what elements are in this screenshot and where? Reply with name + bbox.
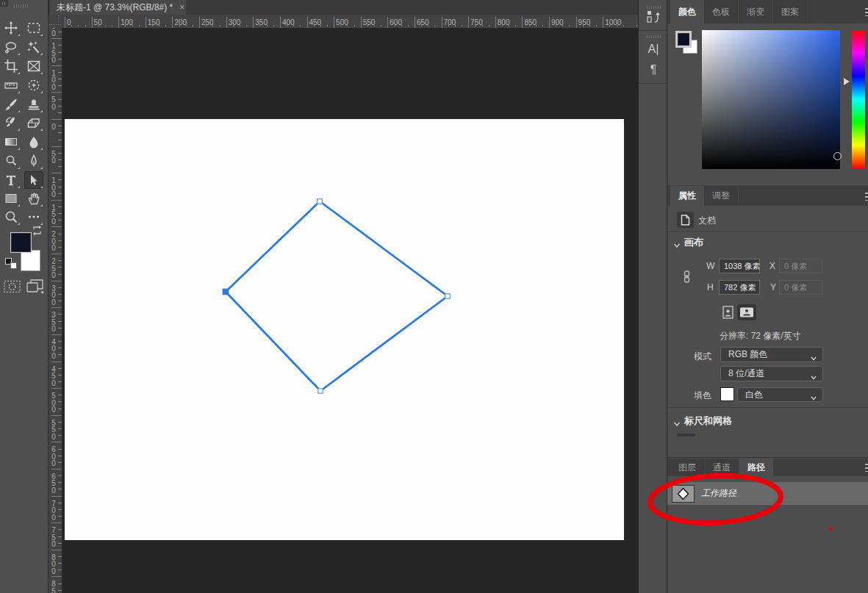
- magic-wand-tool[interactable]: [24, 38, 43, 56]
- h-ruler-minor-tick: [428, 25, 428, 26]
- marquee-tool[interactable]: [24, 19, 43, 37]
- orientation-portrait-button[interactable]: [721, 305, 735, 320]
- chevron-down-icon: [811, 372, 817, 376]
- saturation-brightness-picker[interactable]: [702, 30, 840, 169]
- move-tool[interactable]: [1, 19, 21, 37]
- edit-toolbar-button[interactable]: [24, 208, 43, 226]
- gradient-tool[interactable]: [1, 133, 21, 151]
- h-ruler-tick: [280, 17, 281, 28]
- tab-color-2[interactable]: 渐变: [739, 0, 773, 24]
- ruler-tool[interactable]: [1, 76, 21, 94]
- v-ruler-label: 400: [49, 339, 59, 360]
- hue-slider[interactable]: [852, 30, 865, 168]
- rulers-grid-section-chevron-icon[interactable]: [673, 417, 681, 425]
- panel-menu-icon[interactable]: [865, 193, 868, 201]
- orientation-landscape-button[interactable]: [737, 304, 756, 320]
- rectangle-tool[interactable]: [1, 190, 21, 207]
- anchor-point[interactable]: [318, 199, 323, 204]
- v-ruler-tick: [51, 496, 62, 497]
- height-field[interactable]: 782 像素: [719, 280, 760, 295]
- panel-foreground-swatch[interactable]: [675, 31, 692, 48]
- h-ruler-tick: [387, 17, 388, 28]
- work-path-row[interactable]: 工作路径: [667, 482, 868, 505]
- document-properties-icon[interactable]: [677, 212, 694, 228]
- h-ruler-tick: [361, 17, 362, 28]
- y-field[interactable]: 0 像素: [779, 280, 822, 295]
- hue-slider-arrow-icon[interactable]: [844, 78, 850, 85]
- anchor-point-selected[interactable]: [223, 289, 229, 295]
- fill-dropdown[interactable]: 白色: [737, 387, 823, 402]
- canvas-section-title[interactable]: 画布: [684, 236, 703, 249]
- type-tool[interactable]: [1, 171, 21, 189]
- tab-color-1[interactable]: 色板: [704, 0, 739, 24]
- pen-tool[interactable]: [24, 152, 43, 170]
- anchor-point[interactable]: [445, 294, 451, 299]
- layers-panel-tabs: 图层通道路径: [667, 459, 868, 476]
- mode-dropdown[interactable]: RGB 颜色: [720, 347, 823, 362]
- dodge-tool[interactable]: [1, 152, 21, 170]
- mode-label: 模式: [694, 351, 711, 363]
- tab-properties-1[interactable]: 调整: [704, 186, 739, 206]
- paragraph-panel-icon[interactable]: ¶: [645, 62, 661, 77]
- collapsed-panel-icon[interactable]: [645, 10, 661, 26]
- color-picker-marker[interactable]: [833, 152, 842, 160]
- character-panel-icon[interactable]: A|: [645, 42, 661, 57]
- crop-tool[interactable]: [1, 57, 21, 75]
- background-color-swatch[interactable]: [21, 250, 40, 271]
- path-selection-tool[interactable]: [24, 171, 43, 189]
- x-field[interactable]: 0 像素: [779, 259, 822, 273]
- vertical-ruler[interactable]: 2001501005005010015020025030035040045050…: [49, 28, 62, 593]
- tab-properties-0[interactable]: 属性: [670, 186, 704, 206]
- h-ruler-minor-tick: [78, 25, 79, 26]
- tab-layers-1[interactable]: 通道: [705, 459, 739, 476]
- toolbar-grip[interactable]: [14, 4, 29, 8]
- fill-color-swatch[interactable]: [720, 387, 734, 401]
- h-ruler-label: 800: [498, 18, 510, 26]
- screen-mode-button[interactable]: [26, 278, 44, 297]
- bit-depth-dropdown[interactable]: 8 位/通道: [720, 366, 823, 381]
- h-ruler-minor-tick: [186, 25, 187, 26]
- eraser-tool[interactable]: [24, 114, 43, 132]
- width-field[interactable]: 1038 像素: [719, 259, 760, 273]
- path-thumbnail[interactable]: [672, 485, 695, 503]
- document-tab[interactable]: 未标题-1 @ 73.3%(RGB/8#) * ×: [49, 0, 186, 15]
- h-ruler-minor-tick: [482, 25, 483, 26]
- lasso-tool[interactable]: [1, 38, 21, 56]
- app-corner-grip: [0, 0, 8, 7]
- swap-colors-icon[interactable]: [32, 225, 43, 236]
- frame-tool[interactable]: [24, 57, 43, 75]
- diamond-path[interactable]: [65, 119, 624, 540]
- hand-tool[interactable]: [24, 190, 43, 207]
- link-dimensions-icon[interactable]: [683, 270, 691, 286]
- v-ruler-tick: [51, 576, 62, 577]
- v-ruler-label: 700: [49, 500, 59, 522]
- tab-layers-2[interactable]: 路径: [739, 459, 773, 476]
- panel-menu-icon[interactable]: [865, 464, 868, 472]
- horizontal-ruler[interactable]: 0501001502002503003504004505005506006507…: [49, 15, 638, 28]
- zoom-tool[interactable]: [1, 208, 21, 226]
- close-document-icon[interactable]: ×: [179, 3, 184, 12]
- h-ruler-tick: [92, 17, 93, 28]
- foreground-color-swatch[interactable]: [10, 232, 32, 253]
- h-ruler-tick: [65, 17, 65, 28]
- blur-tool[interactable]: [24, 133, 43, 151]
- panel-menu-icon[interactable]: [865, 8, 868, 16]
- tab-color-0[interactable]: 颜色: [670, 0, 704, 24]
- canvas-section-chevron-icon[interactable]: [673, 239, 681, 246]
- anchor-point[interactable]: [318, 389, 323, 394]
- rulers-grid-section-title[interactable]: 标尺和网格: [684, 414, 732, 428]
- history-brush-tool[interactable]: [1, 114, 21, 132]
- canvas[interactable]: [65, 119, 624, 540]
- h-ruler-label: 0: [67, 18, 71, 26]
- clone-stamp-tool[interactable]: [24, 96, 43, 113]
- v-ruler-label: 150: [49, 204, 59, 226]
- h-ruler-label: 550: [363, 18, 376, 26]
- tab-color-3[interactable]: 图案: [773, 0, 808, 24]
- h-ruler-minor-tick: [367, 25, 368, 26]
- tab-layers-0[interactable]: 图层: [670, 459, 705, 476]
- pasteboard[interactable]: [62, 28, 638, 593]
- brush-tool[interactable]: [1, 96, 21, 113]
- quick-mask-button[interactable]: [4, 280, 21, 296]
- healing-brush-tool[interactable]: [24, 76, 43, 94]
- default-colors-icon[interactable]: [5, 258, 17, 269]
